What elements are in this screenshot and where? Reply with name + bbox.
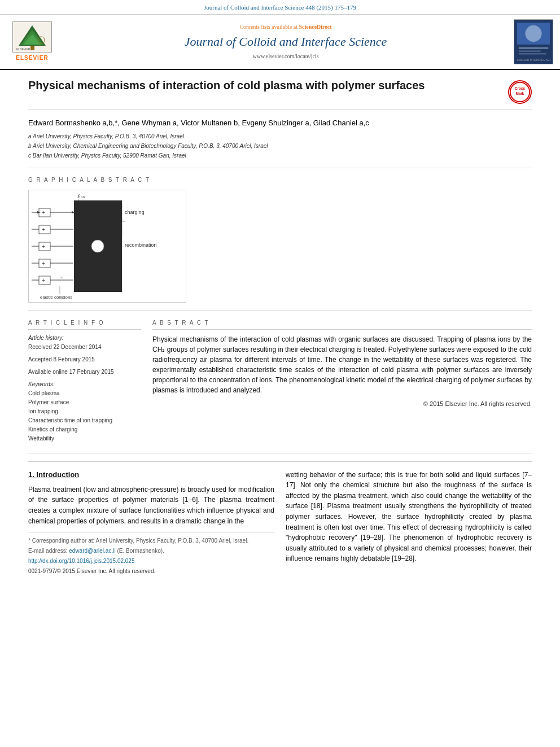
doi-footnote: http://dx.doi.org/10.1016/j.jcis.2015.02… [28,557,274,565]
main-content: Physical mechanisms of interaction of co… [0,70,560,583]
journal-center-block: Contents lists available at ScienceDirec… [58,23,514,60]
journal-cover-image: COLLOID INTERFACE SCI [514,19,553,64]
svg-text:ELSEVIER: ELSEVIER [16,47,30,51]
journal-top-bar: Journal of Colloid and Interface Science… [0,0,560,15]
affiliation-c: c Bar Ilan University, Physics Faculty, … [28,151,532,160]
svg-text:Ē: Ē [77,194,81,199]
svg-text:recombination: recombination [125,242,157,248]
svg-rect-9 [519,47,548,49]
keywords-label: Keywords: [28,381,141,388]
svg-text:COLLOID INTERFACE SCI: COLLOID INTERFACE SCI [517,59,550,62]
doi-link[interactable]: http://dx.doi.org/10.1016/j.jcis.2015.02… [28,558,134,564]
elsevier-tree-image: ELSEVIER [12,21,52,53]
article-title-section: Physical mechanisms of interaction of co… [28,78,532,110]
svg-text:+: + [42,226,45,233]
elsevier-logo: ELSEVIER ELSEVIER [7,21,58,62]
svg-text:+: + [42,277,45,283]
intro-paragraph-1: Plasma treatment (low and atmospheric-pr… [28,484,274,526]
available-date: Available online 17 February 2015 [28,368,141,376]
journal-title: Journal of Colloid and Interface Science [63,33,508,51]
svg-text:charging: charging [125,209,145,215]
affiliation-b: b Ariel University, Chemical Engineering… [28,142,532,150]
divider-2 [28,311,532,311]
svg-point-8 [525,25,541,42]
keyword-6: Wettability [28,435,141,443]
journal-header: ELSEVIER ELSEVIER Contents lists availab… [0,15,560,70]
graphical-abstract-header: G R A P H I C A L A B S T R A C T [28,176,532,184]
svg-text:sh: sh [81,195,85,199]
keywords-list: Cold plasma Polymer surface Ion trapping… [28,390,141,443]
divider-1 [28,168,532,168]
svg-text:+: + [60,274,63,281]
abstract-header: A B S T R A C T [152,319,532,330]
keyword-5: Kinetics of charging [28,426,141,434]
journal-url: www.elsevier.com/locate/jcis [63,53,508,60]
svg-text:elastic collisions: elastic collisions [40,295,72,300]
keyword-3: Ion trapping [28,408,141,416]
article-title: Physical mechanisms of interaction of co… [28,78,508,93]
divider-3 [28,453,532,453]
article-history-label: Article history: [28,334,141,342]
body-section: 1. Introduction Plasma treatment (low an… [28,461,532,576]
svg-text:Cross: Cross [515,87,525,91]
elsevier-brand-name: ELSEVIER [16,54,48,62]
received-date: Received 22 December 2014 [28,343,141,351]
issn-copyright: 0021-9797/© 2015 Elsevier Inc. All right… [28,567,274,575]
authors-section: Edward Bormashenko a,b,*, Gene Whyman a,… [28,118,532,159]
svg-text:+: + [42,260,45,267]
footer-section: * Corresponding author at: Ariel Univers… [28,532,274,575]
introduction-heading: 1. Introduction [28,470,274,480]
keyword-2: Polymer surface [28,399,141,407]
abstract-column: A B S T R A C T Physical mechanisms of t… [152,319,532,444]
article-info-abstract-section: A R T I C L E I N F O Article history: R… [28,319,532,444]
abstract-text: Physical mechanisms of the interaction o… [152,334,532,395]
sciencedirect-link: Contents lists available at ScienceDirec… [63,23,508,31]
svg-text:+: + [42,243,45,250]
svg-text:+: + [42,209,45,216]
authors-line: Edward Bormashenko a,b,*, Gene Whyman a,… [28,118,532,128]
footnote-star: * Corresponding author at: Ariel Univers… [28,537,274,545]
crossmark-icon[interactable]: Cross Mark [508,80,532,104]
article-info-column: A R T I C L E I N F O Article history: R… [28,319,141,444]
affiliations: a Ariel University, Physics Faculty, P.O… [28,132,532,160]
svg-point-32 [91,240,104,252]
keyword-1: Cold plasma [28,390,141,397]
svg-rect-11 [519,54,546,55]
svg-rect-10 [519,51,541,52]
body-col-right: wetting behavior of the surface; this is… [286,470,532,576]
journal-citation: Journal of Colloid and Interface Science… [204,4,356,11]
email-footnote: E-mail address: edward@ariel.ac.il (E. B… [28,547,274,555]
graphical-abstract-image: Ē sh + + + [28,190,186,303]
abstract-copyright: © 2015 Elsevier Inc. All rights reserved… [152,400,532,408]
email-link[interactable]: edward@ariel.ac.il [69,548,115,554]
keyword-4: Characteristic time of ion trapping [28,417,141,425]
accepted-date: Accepted 8 February 2015 [28,356,141,364]
affiliation-a: a Ariel University, Physics Faculty, P.O… [28,132,532,141]
body-col-left: 1. Introduction Plasma treatment (low an… [28,470,274,576]
intro-paragraph-2: wetting behavior of the surface; this is… [286,470,532,564]
graphical-abstract-section: G R A P H I C A L A B S T R A C T Ē sh +… [28,176,532,303]
svg-text:Mark: Mark [516,91,524,95]
article-info-header: A R T I C L E I N F O [28,319,141,330]
crossmark-badge[interactable]: Cross Mark [508,80,532,104]
